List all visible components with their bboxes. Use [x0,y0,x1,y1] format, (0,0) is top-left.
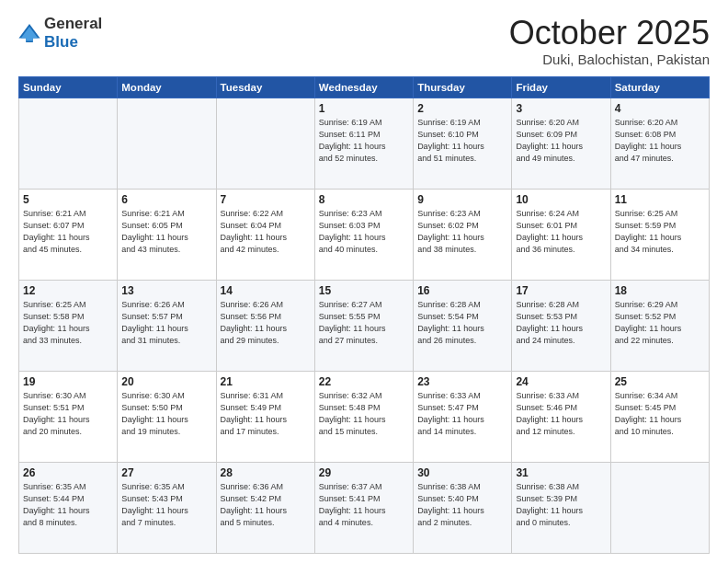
day-info: Sunrise: 6:29 AM Sunset: 5:52 PM Dayligh… [615,299,705,347]
logo-icon [18,24,40,42]
day-info: Sunrise: 6:21 AM Sunset: 6:05 PM Dayligh… [121,208,211,256]
week-row-2: 5Sunrise: 6:21 AM Sunset: 6:07 PM Daylig… [19,189,710,280]
logo: General Blue [18,15,102,52]
day-info: Sunrise: 6:28 AM Sunset: 5:53 PM Dayligh… [516,299,606,347]
week-row-4: 19Sunrise: 6:30 AM Sunset: 5:51 PM Dayli… [19,371,710,462]
weekday-header-sunday: Sunday [19,76,118,98]
day-number: 23 [417,375,507,388]
calendar-cell: 1Sunrise: 6:19 AM Sunset: 6:11 PM Daylig… [314,98,413,189]
day-number: 11 [615,193,705,206]
weekday-header-friday: Friday [512,76,610,98]
calendar-cell: 10Sunrise: 6:24 AM Sunset: 6:01 PM Dayli… [512,189,610,280]
day-info: Sunrise: 6:19 AM Sunset: 6:11 PM Dayligh… [319,117,409,165]
week-row-5: 26Sunrise: 6:35 AM Sunset: 5:44 PM Dayli… [19,462,710,553]
day-info: Sunrise: 6:37 AM Sunset: 5:41 PM Dayligh… [319,481,409,529]
day-number: 15 [319,284,409,297]
title-block: October 2025 Duki, Balochistan, Pakistan [509,15,710,67]
weekday-header-wednesday: Wednesday [314,76,413,98]
day-info: Sunrise: 6:28 AM Sunset: 5:54 PM Dayligh… [417,299,507,347]
day-number: 19 [23,375,113,388]
calendar-cell: 8Sunrise: 6:23 AM Sunset: 6:03 PM Daylig… [314,189,413,280]
calendar-cell: 26Sunrise: 6:35 AM Sunset: 5:44 PM Dayli… [19,462,118,553]
calendar-cell: 2Sunrise: 6:19 AM Sunset: 6:10 PM Daylig… [414,98,512,189]
day-info: Sunrise: 6:21 AM Sunset: 6:07 PM Dayligh… [23,208,113,256]
day-info: Sunrise: 6:38 AM Sunset: 5:40 PM Dayligh… [417,481,507,529]
week-row-1: 1Sunrise: 6:19 AM Sunset: 6:11 PM Daylig… [19,98,710,189]
day-number: 27 [121,466,211,479]
day-number: 28 [221,466,311,479]
calendar-cell: 3Sunrise: 6:20 AM Sunset: 6:09 PM Daylig… [512,98,610,189]
day-info: Sunrise: 6:20 AM Sunset: 6:09 PM Dayligh… [516,117,606,165]
day-info: Sunrise: 6:23 AM Sunset: 6:03 PM Dayligh… [319,208,409,256]
logo-text: General Blue [44,15,102,52]
calendar-cell: 6Sunrise: 6:21 AM Sunset: 6:05 PM Daylig… [118,189,216,280]
calendar-cell: 27Sunrise: 6:35 AM Sunset: 5:43 PM Dayli… [118,462,216,553]
calendar-cell: 15Sunrise: 6:27 AM Sunset: 5:55 PM Dayli… [314,280,413,371]
day-info: Sunrise: 6:35 AM Sunset: 5:43 PM Dayligh… [121,481,211,529]
week-row-3: 12Sunrise: 6:25 AM Sunset: 5:58 PM Dayli… [19,280,710,371]
calendar-cell: 5Sunrise: 6:21 AM Sunset: 6:07 PM Daylig… [19,189,118,280]
calendar-cell [610,462,709,553]
day-number: 17 [516,284,606,297]
weekday-header-saturday: Saturday [610,76,709,98]
day-info: Sunrise: 6:26 AM Sunset: 5:56 PM Dayligh… [221,299,311,347]
day-number: 14 [221,284,311,297]
calendar-cell: 13Sunrise: 6:26 AM Sunset: 5:57 PM Dayli… [118,280,216,371]
day-number: 29 [319,466,409,479]
day-info: Sunrise: 6:20 AM Sunset: 6:08 PM Dayligh… [615,117,705,165]
calendar-cell: 19Sunrise: 6:30 AM Sunset: 5:51 PM Dayli… [19,371,118,462]
weekday-header-thursday: Thursday [414,76,512,98]
calendar-cell: 4Sunrise: 6:20 AM Sunset: 6:08 PM Daylig… [610,98,709,189]
day-number: 16 [417,284,507,297]
calendar-cell: 18Sunrise: 6:29 AM Sunset: 5:52 PM Dayli… [610,280,709,371]
calendar-cell: 11Sunrise: 6:25 AM Sunset: 5:59 PM Dayli… [610,189,709,280]
day-info: Sunrise: 6:38 AM Sunset: 5:39 PM Dayligh… [516,481,606,529]
page: General Blue October 2025 Duki, Balochis… [0,0,728,563]
day-info: Sunrise: 6:35 AM Sunset: 5:44 PM Dayligh… [23,481,113,529]
day-info: Sunrise: 6:33 AM Sunset: 5:47 PM Dayligh… [417,390,507,438]
calendar-cell [19,98,118,189]
calendar-cell: 20Sunrise: 6:30 AM Sunset: 5:50 PM Dayli… [118,371,216,462]
day-info: Sunrise: 6:24 AM Sunset: 6:01 PM Dayligh… [516,208,606,256]
weekday-header-monday: Monday [118,76,216,98]
calendar-cell: 17Sunrise: 6:28 AM Sunset: 5:53 PM Dayli… [512,280,610,371]
calendar-cell: 24Sunrise: 6:33 AM Sunset: 5:46 PM Dayli… [512,371,610,462]
day-number: 22 [319,375,409,388]
day-info: Sunrise: 6:30 AM Sunset: 5:51 PM Dayligh… [23,390,113,438]
day-number: 30 [417,466,507,479]
calendar-cell: 12Sunrise: 6:25 AM Sunset: 5:58 PM Dayli… [19,280,118,371]
day-number: 7 [221,193,311,206]
day-number: 3 [516,102,606,115]
month-title: October 2025 [509,15,710,52]
calendar-cell: 21Sunrise: 6:31 AM Sunset: 5:49 PM Dayli… [216,371,314,462]
day-number: 9 [417,193,507,206]
day-info: Sunrise: 6:19 AM Sunset: 6:10 PM Dayligh… [417,117,507,165]
location-title: Duki, Balochistan, Pakistan [509,52,710,67]
day-number: 4 [615,102,705,115]
calendar-cell [216,98,314,189]
calendar-cell: 28Sunrise: 6:36 AM Sunset: 5:42 PM Dayli… [216,462,314,553]
calendar-cell: 14Sunrise: 6:26 AM Sunset: 5:56 PM Dayli… [216,280,314,371]
day-info: Sunrise: 6:25 AM Sunset: 5:58 PM Dayligh… [23,299,113,347]
calendar-cell: 29Sunrise: 6:37 AM Sunset: 5:41 PM Dayli… [314,462,413,553]
day-number: 24 [516,375,606,388]
weekday-header-row: SundayMondayTuesdayWednesdayThursdayFrid… [19,76,710,98]
day-info: Sunrise: 6:36 AM Sunset: 5:42 PM Dayligh… [221,481,311,529]
day-info: Sunrise: 6:30 AM Sunset: 5:50 PM Dayligh… [121,390,211,438]
day-number: 6 [121,193,211,206]
day-number: 2 [417,102,507,115]
calendar-cell: 7Sunrise: 6:22 AM Sunset: 6:04 PM Daylig… [216,189,314,280]
day-number: 26 [23,466,113,479]
day-number: 21 [221,375,311,388]
day-info: Sunrise: 6:23 AM Sunset: 6:02 PM Dayligh… [417,208,507,256]
day-number: 13 [121,284,211,297]
calendar-cell: 23Sunrise: 6:33 AM Sunset: 5:47 PM Dayli… [414,371,512,462]
day-info: Sunrise: 6:26 AM Sunset: 5:57 PM Dayligh… [121,299,211,347]
day-number: 5 [23,193,113,206]
day-number: 25 [615,375,705,388]
day-number: 1 [319,102,409,115]
calendar-cell: 30Sunrise: 6:38 AM Sunset: 5:40 PM Dayli… [414,462,512,553]
day-info: Sunrise: 6:34 AM Sunset: 5:45 PM Dayligh… [615,390,705,438]
day-info: Sunrise: 6:22 AM Sunset: 6:04 PM Dayligh… [221,208,311,256]
day-info: Sunrise: 6:32 AM Sunset: 5:48 PM Dayligh… [319,390,409,438]
